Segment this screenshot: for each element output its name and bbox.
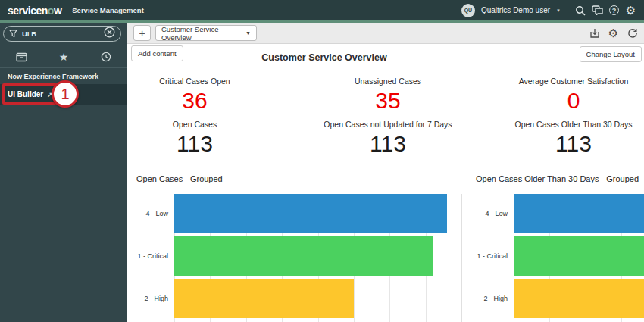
annotation-step-badge: 1	[52, 80, 79, 108]
change-layout-button[interactable]: Change Layout	[580, 46, 642, 62]
metric-critical-cases-open[interactable]: Critical Cases Open 36	[96, 77, 293, 113]
chevron-down-icon: ▼	[245, 30, 251, 36]
avatar[interactable]: QU	[461, 4, 475, 17]
metric-open-cases[interactable]: Open Cases 113	[96, 120, 293, 156]
category-label-2-high: 2 - High	[127, 279, 168, 318]
dashboard-select[interactable]: Customer Service Overview ▼	[155, 25, 257, 41]
sidebar-search-input[interactable]: UI B	[3, 26, 121, 42]
bar-1-critical[interactable]	[174, 236, 433, 276]
gear-icon[interactable]: ⚙	[625, 5, 636, 16]
category-label-4-low: 4 - Low	[465, 194, 508, 233]
product-name: Service Management	[72, 6, 144, 14]
chat-icon[interactable]	[592, 5, 603, 16]
refresh-icon[interactable]	[627, 28, 638, 39]
category-label-2-high: 2 - High	[465, 279, 508, 318]
category-label-4-low: 4 - Low	[127, 194, 168, 233]
add-content-button[interactable]: Add content	[131, 45, 183, 61]
category-label-1-critical: 1 - Critical	[465, 236, 508, 276]
sidebar-item-label: UI Builder	[8, 90, 43, 98]
app-header: servicenow Service Management QU Qualtri…	[0, 0, 644, 20]
help-icon[interactable]: ?	[609, 5, 619, 15]
category-label-1-critical: 1 - Critical	[127, 236, 168, 276]
servicenow-window: servicenow Service Management QU Qualtri…	[0, 0, 644, 322]
search-icon[interactable]	[574, 5, 586, 16]
chart-left-category-axis: 4 - Low 1 - Critical 2 - High	[127, 194, 168, 321]
bar-1-critical[interactable]	[514, 236, 644, 276]
logo-text: servicen	[8, 5, 48, 17]
chart-title-open-cases-grouped: Open Cases - Grouped	[136, 174, 223, 183]
dashboard-canvas: Add content Change Layout Customer Servi…	[127, 44, 644, 322]
bar-2-high[interactable]	[174, 279, 354, 318]
download-icon[interactable]	[589, 28, 600, 39]
gear-icon[interactable]: ⚙	[608, 28, 619, 39]
clear-search-icon[interactable]	[104, 27, 115, 41]
metric-open-cases-older-30-days[interactable]: Open Cases Older Than 30 Days 113	[475, 120, 644, 156]
sidebar-section-label: Now Experience Framework	[8, 73, 98, 80]
servicenow-logo[interactable]: servicenow	[8, 5, 61, 17]
chevron-down-icon[interactable]: ▼	[556, 8, 561, 13]
dashboard-select-value: Customer Service Overview	[161, 25, 245, 42]
chart-open-cases-older-30-grouped	[514, 194, 644, 322]
search-input-value: UI B	[22, 30, 104, 38]
bar-2-high[interactable]	[514, 279, 644, 318]
bar-4-low[interactable]	[174, 194, 447, 233]
bar-4-low[interactable]	[514, 194, 644, 233]
metric-unassigned-cases[interactable]: Unassigned Cases 35	[289, 77, 486, 113]
dashboard-title: Customer Service Overview	[211, 52, 438, 63]
logo-o: o	[48, 5, 54, 17]
sidebar-tabs: ★	[0, 46, 127, 68]
tab-history-icon[interactable]	[85, 46, 127, 67]
chart-right-category-axis: 4 - Low 1 - Critical 2 - High	[465, 194, 508, 321]
main-content: + Customer Service Overview ▼ ⚙ Add cont…	[127, 23, 644, 322]
chart-open-cases-grouped	[174, 194, 462, 322]
sidebar: UI B ★ Now Experience Framework UI Build…	[0, 23, 127, 322]
filter-icon	[9, 27, 17, 41]
chart-title-open-cases-older-30-grouped: Open Cases Older Than 30 Days - Grouped	[476, 174, 639, 183]
metric-open-cases-not-updated-7-days[interactable]: Open Cases not Updated for 7 Days 113	[289, 120, 486, 156]
add-tab-button[interactable]: +	[133, 25, 151, 41]
logo-text-end: w	[54, 5, 61, 17]
metric-avg-customer-satisfaction[interactable]: Average Customer Satisfaction 0	[475, 77, 644, 113]
tab-applications-icon[interactable]	[0, 46, 42, 67]
tab-favorites-icon[interactable]: ★	[42, 46, 85, 67]
user-menu[interactable]: Qualtrics Demo user	[481, 6, 550, 14]
dashboard-toolbar: + Customer Service Overview ▼ ⚙	[127, 23, 644, 44]
